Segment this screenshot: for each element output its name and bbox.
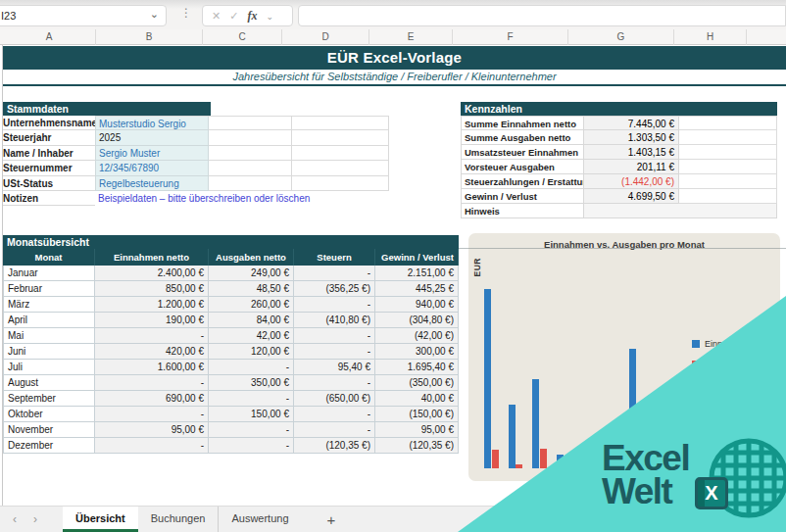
gewinn-cell[interactable]: 300,00 € [375,344,459,360]
steuern-cell[interactable]: - [294,375,375,391]
stammdaten-value[interactable]: Musterstudio Sergio [95,116,209,130]
month-column-header[interactable]: Ausgaben netto [209,249,294,266]
empty-cell[interactable] [679,174,777,189]
column-header-C[interactable]: C [203,29,282,45]
empty-cell[interactable] [679,145,777,160]
month-cell[interactable]: August [3,375,95,391]
stammdaten-label[interactable]: Unternehmensname [3,116,95,130]
ausgaben-cell[interactable]: - [209,360,294,375]
kennzahlen-value[interactable]: 7.445,00 € [584,116,679,130]
steuern-cell[interactable]: (650,00 €) [294,391,375,407]
einnahmen-cell[interactable]: 690,00 € [95,391,209,407]
tab-auswertung[interactable]: Auswertung [218,507,301,532]
ausgaben-cell[interactable]: 350,00 € [209,375,294,391]
gewinn-cell[interactable]: 95,00 € [375,422,459,438]
empty-cell[interactable] [292,161,389,175]
stammdaten-label[interactable]: Notizen [3,191,95,206]
einnahmen-cell[interactable]: 1.600,00 € [95,360,209,375]
stammdaten-value[interactable]: 2025 [95,130,209,145]
gewinn-cell[interactable]: 445,25 € [375,281,459,297]
name-box[interactable]: I23 ⌄ [0,5,167,26]
stammdaten-label[interactable]: Steuerjahr [3,130,95,145]
month-column-header[interactable]: Steuern [294,249,375,266]
stammdaten-label[interactable]: USt-Status [3,176,95,191]
einnahmen-cell[interactable]: 95,00 € [95,422,209,438]
month-cell[interactable]: April [3,313,95,328]
steuern-cell[interactable]: - [294,297,375,313]
chevron-down-icon[interactable]: ⌄ [266,12,273,22]
cancel-icon[interactable]: ✕ [212,10,221,23]
empty-cell[interactable] [209,176,292,191]
steuern-cell[interactable]: - [294,328,375,344]
gewinn-cell[interactable]: (120,35 €) [375,438,459,454]
einnahmen-cell[interactable]: - [95,438,209,454]
formula-input[interactable] [298,5,786,26]
einnahmen-cell[interactable]: 190,00 € [95,313,209,328]
next-sheet-icon[interactable]: › [33,512,37,526]
kennzahlen-value[interactable]: 1.403,15 € [584,145,679,160]
column-header-H[interactable]: H [674,29,747,45]
ausgaben-cell[interactable]: 249,00 € [209,266,294,281]
empty-cell[interactable] [292,116,389,130]
gewinn-cell[interactable]: (350,00 €) [375,375,459,391]
ausgaben-cell[interactable]: 48,50 € [209,281,294,297]
ausgaben-cell[interactable]: - [209,391,294,407]
kennzahlen-label[interactable]: Vorsteuer Ausgaben [461,160,584,174]
gewinn-cell[interactable]: (150,00 €) [375,407,459,422]
gewinn-cell[interactable]: 1.695,40 € [375,360,459,375]
month-cell[interactable]: Oktober [3,407,95,422]
kennzahlen-label[interactable]: Steuerzahlungen / Erstattungen [461,174,584,189]
tab-übersicht[interactable]: Übersicht [63,507,138,532]
kennzahlen-label[interactable]: Hinweis [461,204,584,218]
einnahmen-cell[interactable]: 850,00 € [95,281,209,297]
einnahmen-cell[interactable]: - [95,407,209,422]
steuern-cell[interactable]: (410,80 €) [294,313,375,328]
month-cell[interactable]: September [3,391,95,407]
steuern-cell[interactable]: - [294,407,375,422]
empty-cell[interactable] [209,161,292,175]
empty-cell[interactable] [292,146,389,161]
chevron-down-icon[interactable]: ⌄ [150,4,159,24]
gewinn-cell[interactable]: 940,00 € [375,297,459,313]
kennzahlen-value[interactable]: (1.442,00 €) [584,174,679,189]
steuern-cell[interactable]: (120,35 €) [294,438,375,454]
kennzahlen-label[interactable]: Summe Einnahmen netto [461,116,584,130]
column-header-G[interactable]: G [568,29,674,45]
ausgaben-cell[interactable]: - [209,438,294,454]
month-cell[interactable]: März [3,297,95,313]
month-column-header[interactable]: Einnahmen netto [95,249,209,266]
enter-icon[interactable]: ✓ [229,10,238,23]
ausgaben-cell[interactable]: 42,00 € [209,328,294,344]
month-cell[interactable]: Mai [3,328,95,344]
page-subtitle[interactable]: Jahresübersicht für Selbstständige / Fre… [3,70,786,86]
steuern-cell[interactable]: 95,40 € [294,360,375,375]
column-header-D[interactable]: D [282,29,369,45]
gewinn-cell[interactable]: 40,00 € [375,391,459,407]
month-column-header[interactable]: Gewinn / Verlust [375,249,459,266]
stammdaten-header[interactable]: Stammdaten [3,102,211,116]
kennzahlen-label[interactable]: Umsatzsteuer Einnahmen [461,145,584,160]
kennzahlen-value[interactable]: 1.303,50 € [584,130,679,145]
month-cell[interactable]: Juni [3,344,95,360]
month-cell[interactable]: Juli [3,360,95,375]
empty-cell[interactable] [209,130,292,145]
einnahmen-cell[interactable]: 2.400,00 € [95,266,209,281]
empty-cell[interactable] [679,160,777,174]
steuern-cell[interactable]: - [294,344,375,360]
kennzahlen-value[interactable] [584,204,777,218]
empty-cell[interactable] [209,146,292,161]
steuern-cell[interactable]: (356,25 €) [294,281,375,297]
empty-cell[interactable] [679,116,777,130]
stammdaten-value[interactable]: Beispieldaten – bitte überschreiben oder… [95,191,448,206]
empty-cell[interactable] [679,189,777,204]
month-cell[interactable]: Dezember [3,438,95,454]
column-header-B[interactable]: B [96,29,203,45]
stammdaten-value[interactable]: Sergio Muster [95,146,209,161]
ausgaben-cell[interactable]: 120,00 € [209,344,294,360]
month-cell[interactable]: Januar [3,266,95,281]
month-column-header[interactable]: Monat [3,249,95,266]
kennzahlen-label[interactable]: Summe Ausgaben netto [461,130,584,145]
kennzahlen-label[interactable]: Gewinn / Verlust [461,189,584,204]
kennzahlen-header[interactable]: Kennzahlen [461,102,777,116]
einnahmen-cell[interactable]: 1.200,00 € [95,297,209,313]
